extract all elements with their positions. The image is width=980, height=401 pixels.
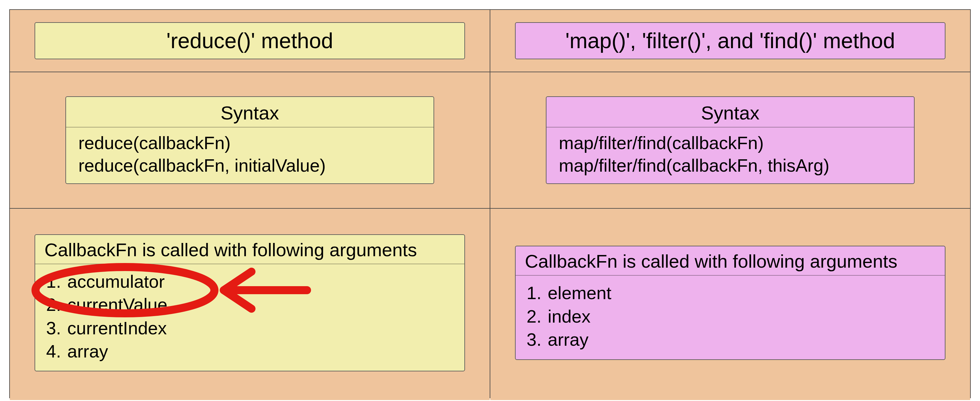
left-syntax-line-2: reduce(callbackFn, initialValue)	[78, 154, 421, 177]
left-args-card: CallbackFn is called with following argu…	[35, 234, 465, 372]
right-syntax-heading: Syntax	[546, 97, 914, 127]
right-arg-1: element	[546, 281, 932, 304]
right-syntax-line-1: map/filter/find(callbackFn)	[559, 132, 902, 154]
left-syntax-card: Syntax reduce(callbackFn) reduce(callbac…	[65, 96, 434, 184]
left-title-card: 'reduce()' method	[35, 22, 465, 60]
left-syntax-body: reduce(callbackFn) reduce(callbackFn, in…	[66, 127, 434, 183]
cell-left-title: 'reduce()' method	[10, 10, 490, 72]
right-args-card: CallbackFn is called with following argu…	[515, 246, 945, 360]
cell-right-syntax: Syntax map/filter/find(callbackFn) map/f…	[490, 72, 970, 208]
cell-right-title: 'map()', 'filter()', and 'find()' method	[490, 10, 970, 72]
right-args-list: element index array	[528, 281, 932, 351]
right-syntax-body: map/filter/find(callbackFn) map/filter/f…	[546, 127, 914, 183]
comparison-grid: 'reduce()' method 'map()', 'filter()', a…	[9, 9, 971, 398]
right-title-card: 'map()', 'filter()', and 'find()' method	[515, 22, 945, 60]
left-args-heading: CallbackFn is called with following argu…	[35, 235, 465, 264]
right-arg-2: index	[546, 305, 932, 328]
cell-left-syntax: Syntax reduce(callbackFn) reduce(callbac…	[10, 72, 490, 208]
left-args-list: accumulator currentValue currentIndex ar…	[48, 270, 452, 363]
cell-left-args: CallbackFn is called with following argu…	[10, 209, 490, 400]
right-syntax-card: Syntax map/filter/find(callbackFn) map/f…	[546, 96, 915, 184]
right-syntax-line-2: map/filter/find(callbackFn, thisArg)	[559, 154, 902, 177]
right-args-heading: CallbackFn is called with following argu…	[515, 246, 945, 276]
left-arg-2: currentValue	[66, 293, 452, 316]
left-syntax-line-1: reduce(callbackFn)	[78, 132, 421, 154]
cell-right-args: CallbackFn is called with following argu…	[490, 209, 970, 400]
left-arg-3: currentIndex	[66, 317, 452, 340]
left-arg-4: array	[66, 340, 452, 363]
left-args-body: accumulator currentValue currentIndex ar…	[35, 264, 465, 371]
right-arg-3: array	[546, 328, 932, 351]
left-arg-1: accumulator	[66, 270, 452, 293]
right-args-body: element index array	[515, 276, 945, 359]
left-syntax-heading: Syntax	[66, 97, 434, 127]
